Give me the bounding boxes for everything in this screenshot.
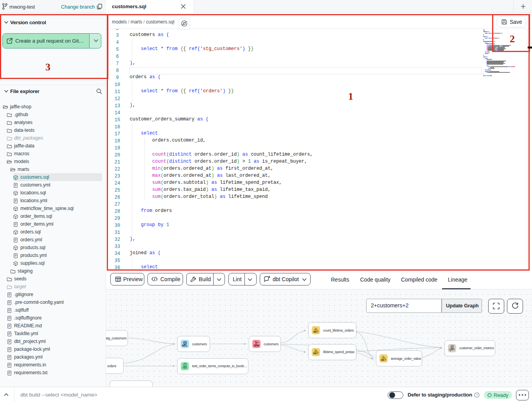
- svg-text:?: ?: [476, 393, 478, 397]
- svg-text:R: R: [451, 346, 453, 348]
